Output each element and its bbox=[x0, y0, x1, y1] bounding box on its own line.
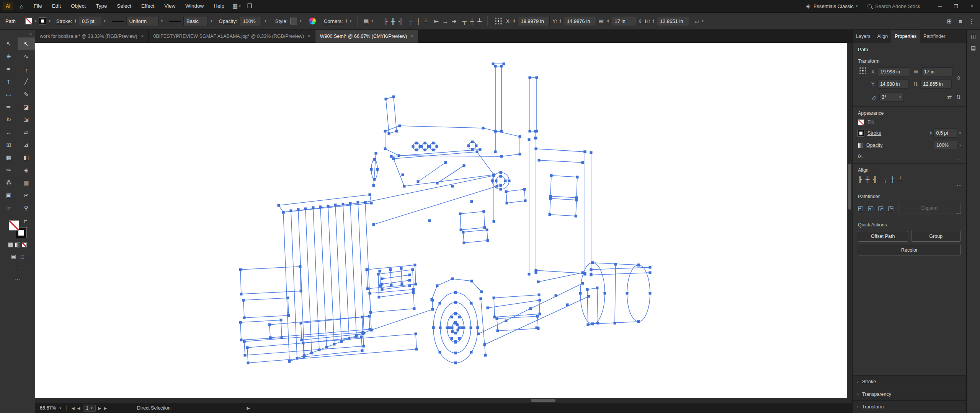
document-tab-1[interactable]: work for boblisa.ai* @ 33.33% (RGB/Previ… bbox=[35, 30, 149, 43]
free-transform-tool[interactable]: ▱ bbox=[18, 126, 35, 138]
opacity-options-icon[interactable]: › bbox=[959, 143, 961, 148]
reference-point-widget[interactable] bbox=[495, 18, 502, 24]
opacity-label[interactable]: Opacity: bbox=[219, 18, 237, 24]
slice-tool[interactable]: ✂ bbox=[18, 189, 35, 202]
panel-tab-properties[interactable]: Properties bbox=[891, 30, 920, 43]
width-profile-field[interactable]: Uniform bbox=[126, 16, 158, 26]
menu-effect[interactable]: Effect bbox=[136, 0, 159, 12]
halign-left-icon[interactable]: ╟ bbox=[858, 176, 862, 182]
document-tab-2[interactable]: 0BIFESTYPREVIEW SGMAF ALABAMA.jpg* @ 8.3… bbox=[149, 30, 315, 43]
home-icon[interactable]: ⌂ bbox=[17, 3, 26, 10]
style-caret-icon[interactable]: ▾ bbox=[300, 19, 302, 23]
edit-toolbar-icon[interactable]: ⋯ bbox=[15, 276, 20, 282]
libraries-panel-icon[interactable]: ◫ bbox=[971, 33, 976, 39]
y-field[interactable]: 14.9876 in bbox=[564, 16, 596, 26]
pathfinder-more-icon[interactable]: ⋯ bbox=[957, 211, 962, 216]
halign-center-icon[interactable]: ╫ bbox=[866, 176, 870, 182]
halign-right-icon[interactable]: ╢ bbox=[399, 18, 403, 24]
h-stepper[interactable]: ▴▾ bbox=[653, 19, 654, 23]
vertical-scrollbar[interactable] bbox=[847, 43, 852, 398]
corners-caret-icon[interactable]: ▾ bbox=[350, 19, 352, 23]
group-button[interactable]: Group bbox=[911, 231, 961, 242]
menu-window[interactable]: Window bbox=[180, 0, 209, 12]
select-similar-icon[interactable]: ▤ bbox=[363, 18, 369, 24]
document-layout-icon[interactable]: ❐ bbox=[244, 3, 255, 10]
stroke-link-label[interactable]: Stroke bbox=[867, 130, 881, 136]
stroke-weight-label[interactable]: Stroke: bbox=[56, 18, 72, 24]
rectangle-tool[interactable]: ▭ bbox=[0, 88, 18, 101]
truck-artwork[interactable] bbox=[238, 60, 652, 381]
pf-intersect-icon[interactable]: ◲ bbox=[878, 205, 884, 212]
zoom-tool[interactable]: ⚲ bbox=[18, 202, 35, 214]
h-field[interactable]: 12.865 in bbox=[920, 80, 952, 89]
paintbrush-tool[interactable]: ✎ bbox=[18, 88, 35, 101]
menu-object[interactable]: Object bbox=[66, 0, 91, 12]
dist-left-icon[interactable]: ⇤ bbox=[434, 18, 439, 24]
toolbar-expand-icon[interactable]: » bbox=[29, 31, 32, 36]
w-stepper[interactable]: ▴▾ bbox=[607, 19, 609, 23]
align-more-icon[interactable]: ⋯ bbox=[957, 182, 962, 188]
close-button[interactable]: × bbox=[964, 0, 980, 12]
x-stepper[interactable]: ▴▾ bbox=[513, 19, 515, 23]
tab-close-icon[interactable]: × bbox=[308, 34, 310, 39]
horizontal-scroll-thumb[interactable] bbox=[531, 399, 555, 402]
menu-select[interactable]: Select bbox=[112, 0, 136, 12]
dist-right-icon[interactable]: ⇥ bbox=[451, 18, 456, 24]
line-segment-tool[interactable]: ╱ bbox=[18, 75, 35, 88]
swap-fill-stroke-icon[interactable]: ⇄ bbox=[23, 219, 27, 224]
previous-artboard-icon[interactable]: ◀ bbox=[77, 406, 80, 410]
curvature-tool[interactable]: ╭ bbox=[18, 63, 35, 75]
status-flyout-icon[interactable]: ▶ bbox=[247, 406, 250, 411]
profile-caret-icon[interactable]: ▾ bbox=[161, 19, 163, 23]
halign-right-icon[interactable]: ╢ bbox=[873, 176, 877, 182]
panel-menu-icon[interactable]: ≡ bbox=[959, 18, 962, 24]
type-tool[interactable]: T bbox=[0, 75, 18, 88]
offset-path-button[interactable]: Offset Path bbox=[858, 231, 908, 242]
tab-close-icon[interactable]: × bbox=[411, 34, 413, 39]
halign-center-icon[interactable]: ╫ bbox=[391, 18, 395, 24]
width-tool[interactable]: ↔ bbox=[0, 126, 18, 138]
eyedropper-tool[interactable]: ✑ bbox=[0, 164, 18, 176]
scale-tool[interactable]: ⇲ bbox=[18, 113, 35, 126]
blend-tool[interactable]: ◈ bbox=[18, 164, 35, 176]
expand-button[interactable]: Expand bbox=[898, 203, 961, 213]
zoom-caret-icon[interactable]: ▾ bbox=[59, 406, 61, 410]
pf-minus-front-icon[interactable]: ◱ bbox=[868, 205, 874, 212]
pf-unite-icon[interactable]: ◰ bbox=[858, 205, 864, 212]
symbol-sprayer-tool[interactable]: ⁂ bbox=[0, 176, 18, 189]
rotation-field[interactable]: 3° ▾ bbox=[879, 93, 904, 102]
recolor-artwork-icon[interactable] bbox=[309, 18, 316, 24]
stroke-swatch[interactable] bbox=[39, 18, 46, 24]
stroke-weight-caret-icon[interactable]: ▾ bbox=[104, 19, 106, 23]
brush-field[interactable]: Basic bbox=[183, 16, 208, 26]
fill-swatch[interactable] bbox=[25, 18, 32, 24]
gradient-button[interactable] bbox=[15, 242, 20, 247]
current-tool-indicator[interactable]: Direct Selection bbox=[137, 405, 171, 411]
stroke-weight-caret-icon[interactable]: ▾ bbox=[959, 131, 961, 135]
w-field[interactable]: 17 in bbox=[921, 67, 953, 76]
stroke-weight-stepper[interactable]: ▴▾ bbox=[930, 131, 931, 135]
arrange-documents-icon[interactable]: ▦▾ bbox=[229, 3, 244, 10]
valign-bottom-icon[interactable]: ╧ bbox=[424, 18, 428, 24]
fill-caret-icon[interactable]: ▾ bbox=[35, 19, 37, 23]
halign-left-icon[interactable]: ╟ bbox=[384, 18, 388, 24]
dist-center-icon[interactable]: ↔ bbox=[442, 18, 448, 24]
pencil-tool[interactable]: ✏ bbox=[0, 101, 18, 113]
y-field[interactable]: 14.988 in bbox=[877, 80, 909, 89]
restore-button[interactable]: ❐ bbox=[948, 0, 964, 12]
collapsed-panel-transparency[interactable]: ›Transparency bbox=[853, 388, 966, 400]
collapsed-panel-transform[interactable]: ›Transform bbox=[853, 400, 966, 413]
x-field[interactable]: 19.998 in bbox=[878, 67, 909, 76]
h-field[interactable]: 12.8651 in bbox=[657, 16, 689, 26]
screen-mode-icon[interactable]: □ bbox=[16, 264, 19, 270]
similar-caret-icon[interactable]: ▾ bbox=[371, 19, 373, 23]
dist-bottom-icon[interactable]: ┴ bbox=[477, 18, 482, 24]
rotate-tool[interactable]: ↻ bbox=[0, 113, 18, 126]
zoom-level[interactable]: 66.67% bbox=[40, 405, 56, 411]
perspective-grid-tool[interactable]: ⊿ bbox=[18, 138, 35, 151]
minimize-button[interactable]: ─ bbox=[932, 0, 948, 12]
valign-bottom-icon[interactable]: ╧ bbox=[898, 176, 902, 182]
shape-builder-tool[interactable]: ⊞ bbox=[0, 138, 18, 151]
corners-stepper[interactable]: ▴▾ bbox=[346, 19, 347, 23]
magic-wand-tool[interactable]: ✳ bbox=[0, 50, 18, 63]
